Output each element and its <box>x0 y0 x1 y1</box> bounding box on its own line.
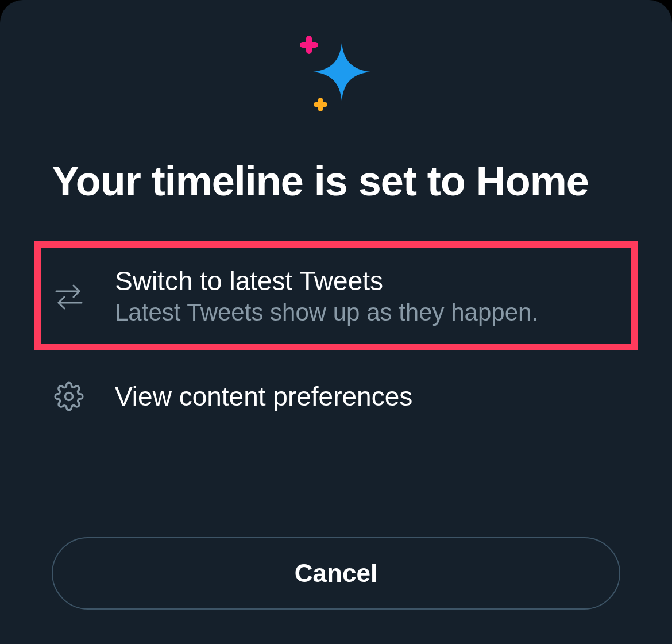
timeline-settings-sheet: Your timeline is set to Home Switch to l… <box>0 0 672 644</box>
sparkle-icon <box>293 34 379 121</box>
svg-rect-3 <box>314 102 327 107</box>
preferences-option-text: View content preferences <box>115 381 412 412</box>
switch-option-title: Switch to latest Tweets <box>115 265 538 296</box>
cancel-button[interactable]: Cancel <box>52 537 620 610</box>
swap-arrows-icon <box>52 279 86 313</box>
switch-option-subtitle: Latest Tweets show up as they happen. <box>115 299 538 326</box>
switch-latest-tweets-option[interactable]: Switch to latest Tweets Latest Tweets sh… <box>52 265 620 326</box>
highlighted-option-frame: Switch to latest Tweets Latest Tweets sh… <box>34 241 638 350</box>
svg-point-6 <box>65 393 73 400</box>
sheet-title: Your timeline is set to Home <box>52 155 620 207</box>
svg-rect-1 <box>300 42 318 48</box>
switch-option-text: Switch to latest Tweets Latest Tweets sh… <box>115 265 538 326</box>
sparkle-illustration <box>52 34 620 121</box>
view-content-preferences-option[interactable]: View content preferences <box>52 368 620 425</box>
preferences-option-title: View content preferences <box>115 381 412 412</box>
gear-icon <box>52 379 86 414</box>
